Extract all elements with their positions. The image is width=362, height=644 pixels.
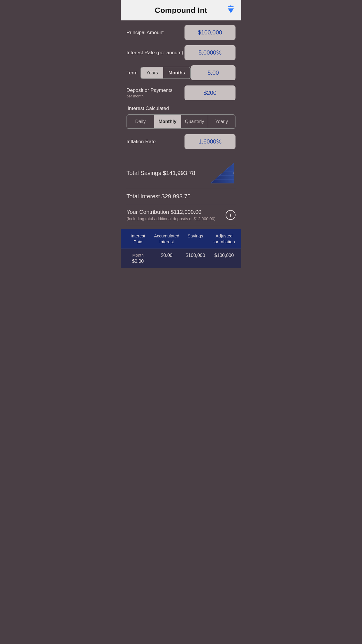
principal-label: Principal Amount — [126, 30, 184, 36]
deposit-label: Deposit or Payments per month — [126, 88, 184, 98]
table-cell-month: Month $0.00 — [124, 253, 152, 264]
interest-calculated-tabs: Daily Monthly Quarterly Yearly — [126, 114, 236, 129]
inflation-rate-label: Inflation Rate — [126, 139, 184, 145]
savings-chart[interactable]: › — [209, 161, 236, 185]
tab-yearly[interactable]: Yearly — [208, 115, 235, 128]
total-interest-row: Total Interest $29,993.75 — [126, 189, 236, 204]
term-input[interactable]: 5.00 — [191, 65, 236, 80]
interest-calculated-section: Interest Calculated Daily Monthly Quarte… — [126, 106, 236, 129]
table-header-accumulated-interest: AccumulatedInterest — [152, 233, 181, 244]
table-header-adjusted-inflation: Adjustedfor Inflation — [210, 233, 239, 244]
term-years-button[interactable]: Years — [141, 67, 163, 78]
contribution-main: Your Contribution $112,000.00 (Including… — [126, 209, 236, 221]
contribution-section: Your Contribution $112,000.00 (Including… — [126, 204, 236, 226]
principal-row: Principal Amount $100,000 — [126, 25, 236, 40]
table-header-interest-paid: InterestPaid — [124, 233, 152, 244]
interest-rate-input[interactable]: 5.0000% — [184, 45, 236, 60]
deposit-sublabel: per month — [126, 94, 184, 98]
interest-calculated-label: Interest Calculated — [126, 106, 236, 111]
total-savings-text: Total Savings $141,993.78 — [126, 170, 195, 176]
svg-marker-2 — [228, 8, 234, 13]
term-months-button[interactable]: Months — [163, 67, 190, 78]
table-cell-adjusted: $100,000 — [210, 253, 239, 264]
table-header-savings: Savings — [181, 233, 210, 244]
principal-input[interactable]: $100,000 — [184, 25, 236, 40]
results-section: Total Savings $141,993.78 — [126, 154, 236, 229]
app-title: Compound Int — [155, 6, 207, 15]
term-toggle: Years Months — [140, 67, 191, 79]
tab-daily[interactable]: Daily — [127, 115, 154, 128]
table-row: Month $0.00 $0.00 $100,000 $100,000 — [121, 249, 241, 268]
app-header: Compound Int — [121, 0, 241, 20]
term-row: Term Years Months 5.00 — [126, 65, 236, 80]
total-savings-row: Total Savings $141,993.78 — [126, 157, 236, 189]
inflation-rate-row: Inflation Rate 1.6000% — [126, 134, 236, 149]
info-icon[interactable]: i — [226, 210, 236, 220]
tab-quarterly[interactable]: Quarterly — [181, 115, 208, 128]
main-content: Principal Amount $100,000 Interest Rate … — [121, 20, 241, 229]
interest-rate-label: Interest Rate (per annum) — [126, 50, 184, 56]
contribution-text: Your Contribution $112,000.00 — [126, 209, 215, 215]
term-left: Term Years Months — [126, 67, 191, 79]
tab-monthly[interactable]: Monthly — [154, 115, 181, 128]
table-cell-savings: $100,000 — [181, 253, 210, 264]
contribution-sub: (Including total additional deposits of … — [126, 216, 215, 221]
deposit-row: Deposit or Payments per month $200 — [126, 85, 236, 100]
interest-rate-row: Interest Rate (per annum) 5.0000% — [126, 45, 236, 60]
download-icon[interactable] — [226, 5, 236, 15]
table-header: InterestPaid AccumulatedInterest Savings… — [121, 229, 241, 249]
table-cell-accumulated: $0.00 — [152, 253, 181, 264]
inflation-rate-input[interactable]: 1.6000% — [184, 134, 236, 149]
deposit-input[interactable]: $200 — [184, 85, 236, 100]
total-interest-text: Total Interest $29,993.75 — [126, 193, 191, 200]
term-label: Term — [126, 70, 138, 76]
